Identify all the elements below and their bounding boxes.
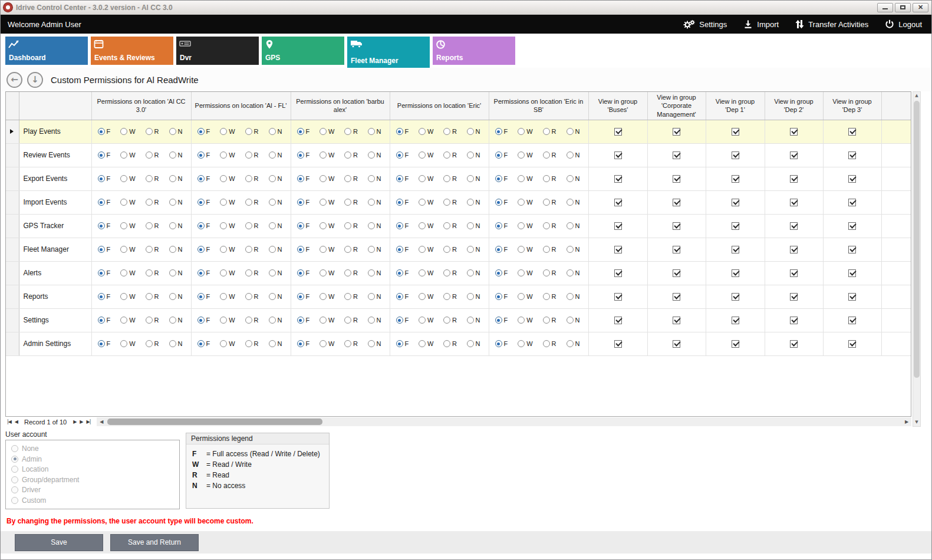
permission-radio-f[interactable]: F bbox=[297, 340, 310, 347]
save-and-return-button[interactable]: Save and Return bbox=[110, 534, 199, 551]
permission-radio-w[interactable]: W bbox=[120, 246, 135, 253]
horizontal-scroll-track[interactable] bbox=[106, 417, 902, 426]
tab-events-reviews[interactable]: Events & Reviews bbox=[91, 37, 173, 65]
permission-radio-f[interactable]: F bbox=[197, 317, 210, 324]
permission-column-header[interactable]: Permissions on location 'Al - FL' bbox=[191, 92, 291, 120]
permission-radio-f[interactable]: F bbox=[297, 151, 310, 159]
permission-radio-n[interactable]: N bbox=[169, 222, 183, 229]
permission-radio-n[interactable]: N bbox=[368, 128, 381, 135]
user-account-option-none[interactable]: None bbox=[11, 444, 174, 453]
permission-radio-r[interactable]: R bbox=[245, 269, 259, 276]
group-view-checkbox[interactable] bbox=[732, 246, 739, 253]
group-view-checkbox[interactable] bbox=[732, 175, 739, 183]
permission-radio-f[interactable]: F bbox=[297, 175, 310, 182]
permission-radio-r[interactable]: R bbox=[443, 340, 457, 347]
permission-radio-r[interactable]: R bbox=[146, 151, 159, 159]
group-view-checkbox[interactable] bbox=[848, 293, 856, 301]
group-view-checkbox[interactable] bbox=[614, 128, 622, 136]
tab-gps[interactable]: GPS bbox=[262, 37, 344, 65]
permission-radio-n[interactable]: N bbox=[567, 317, 580, 324]
permission-radio-r[interactable]: R bbox=[344, 269, 358, 276]
permission-radio-w[interactable]: W bbox=[419, 317, 433, 324]
permission-radio-r[interactable]: R bbox=[146, 317, 159, 324]
permission-radio-w[interactable]: W bbox=[419, 293, 433, 300]
permission-radio-r[interactable]: R bbox=[443, 128, 457, 135]
permission-radio-w[interactable]: W bbox=[320, 128, 334, 135]
vertical-scroll-thumb[interactable] bbox=[914, 101, 920, 378]
permission-radio-f[interactable]: F bbox=[297, 293, 310, 300]
permission-radio-f[interactable]: F bbox=[297, 199, 310, 206]
permission-radio-n[interactable]: N bbox=[368, 317, 381, 324]
permission-radio-n[interactable]: N bbox=[169, 246, 183, 253]
permission-radio-w[interactable]: W bbox=[220, 128, 235, 135]
group-view-checkbox[interactable] bbox=[732, 151, 739, 159]
permission-radio-w[interactable]: W bbox=[419, 151, 433, 159]
permission-radio-r[interactable]: R bbox=[344, 293, 358, 300]
import-button[interactable]: Import bbox=[743, 19, 779, 29]
permission-radio-w[interactable]: W bbox=[419, 128, 433, 135]
permission-radio-f[interactable]: F bbox=[396, 246, 409, 253]
group-view-checkbox[interactable] bbox=[673, 199, 680, 206]
save-button[interactable]: Save bbox=[15, 534, 103, 551]
permission-radio-n[interactable]: N bbox=[368, 222, 381, 229]
group-view-checkbox[interactable] bbox=[790, 151, 798, 159]
permission-radio-n[interactable]: N bbox=[368, 151, 381, 159]
back-button[interactable]: ← bbox=[6, 72, 22, 88]
permission-radio-f[interactable]: F bbox=[98, 246, 111, 253]
permission-radio-w[interactable]: W bbox=[419, 175, 433, 182]
permission-radio-r[interactable]: R bbox=[146, 128, 159, 135]
permission-radio-r[interactable]: R bbox=[443, 175, 457, 182]
permission-radio-f[interactable]: F bbox=[396, 222, 409, 229]
group-view-checkbox[interactable] bbox=[848, 269, 856, 277]
permission-radio-w[interactable]: W bbox=[518, 199, 532, 206]
group-view-checkbox[interactable] bbox=[848, 222, 856, 230]
permission-radio-r[interactable]: R bbox=[146, 222, 159, 229]
permission-column-header[interactable]: Permissions on location 'Eric' bbox=[390, 92, 489, 120]
group-view-checkbox[interactable] bbox=[790, 222, 798, 230]
permission-radio-n[interactable]: N bbox=[169, 128, 183, 135]
permission-radio-w[interactable]: W bbox=[120, 340, 135, 347]
permission-radio-r[interactable]: R bbox=[245, 222, 259, 229]
permission-radio-w[interactable]: W bbox=[320, 222, 334, 229]
permission-radio-f[interactable]: F bbox=[197, 340, 210, 347]
permission-radio-w[interactable]: W bbox=[120, 151, 135, 159]
permission-column-header[interactable]: Permissions on location 'Al CC 3.0' bbox=[91, 92, 191, 120]
permission-radio-w[interactable]: W bbox=[518, 128, 532, 135]
permission-radio-n[interactable]: N bbox=[567, 222, 580, 229]
permission-radio-n[interactable]: N bbox=[368, 293, 381, 300]
group-view-checkbox[interactable] bbox=[790, 340, 798, 348]
permission-radio-w[interactable]: W bbox=[220, 269, 235, 276]
permission-radio-n[interactable]: N bbox=[467, 269, 480, 276]
permission-radio-r[interactable]: R bbox=[443, 199, 457, 206]
tab-reports[interactable]: Reports bbox=[433, 37, 515, 65]
permission-radio-f[interactable]: F bbox=[495, 222, 508, 229]
permission-radio-r[interactable]: R bbox=[344, 175, 358, 182]
permission-radio-r[interactable]: R bbox=[146, 175, 159, 182]
permission-radio-r[interactable]: R bbox=[245, 317, 259, 324]
grid-row[interactable]: Play EventsFWRNFWRNFWRNFWRNFWRN bbox=[6, 120, 911, 143]
group-view-checkbox[interactable] bbox=[732, 269, 739, 277]
permission-radio-r[interactable]: R bbox=[543, 317, 556, 324]
group-view-checkbox[interactable] bbox=[848, 246, 856, 253]
permission-radio-w[interactable]: W bbox=[220, 199, 235, 206]
permission-radio-f[interactable]: F bbox=[197, 199, 210, 206]
group-view-checkbox[interactable] bbox=[614, 151, 622, 159]
group-view-checkbox[interactable] bbox=[673, 269, 680, 277]
permission-radio-n[interactable]: N bbox=[467, 128, 480, 135]
permission-radio-n[interactable]: N bbox=[567, 340, 580, 347]
permission-radio-n[interactable]: N bbox=[467, 222, 480, 229]
group-view-checkbox[interactable] bbox=[732, 317, 739, 324]
user-account-option-custom[interactable]: Custom bbox=[11, 496, 174, 505]
group-view-checkbox[interactable] bbox=[673, 151, 680, 159]
group-view-checkbox[interactable] bbox=[614, 317, 622, 324]
close-button[interactable]: ✕ bbox=[913, 3, 928, 12]
permission-radio-f[interactable]: F bbox=[495, 246, 508, 253]
group-view-checkbox[interactable] bbox=[673, 175, 680, 183]
permission-radio-r[interactable]: R bbox=[443, 222, 457, 229]
permission-radio-w[interactable]: W bbox=[320, 340, 334, 347]
permission-radio-n[interactable]: N bbox=[467, 246, 480, 253]
permission-radio-f[interactable]: F bbox=[495, 340, 508, 347]
permission-radio-f[interactable]: F bbox=[396, 128, 409, 135]
scroll-left-icon[interactable]: ◀ bbox=[97, 419, 106, 424]
permission-radio-f[interactable]: F bbox=[297, 128, 310, 135]
